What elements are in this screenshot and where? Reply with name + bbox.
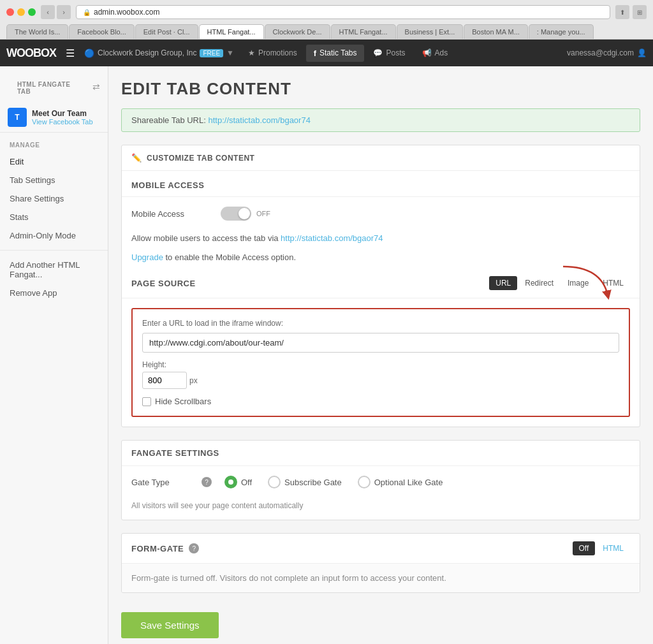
height-col: Height: px — [142, 360, 619, 389]
mobile-info-prefix: Allow mobile users to access the tab via — [131, 233, 281, 243]
brand-name: Clockwork Design Group, Inc — [98, 48, 196, 57]
nav-brand: 🔵 Clockwork Design Group, Inc FREE ▼ — [84, 48, 234, 58]
shareable-url-label: Shareable Tab URL: — [131, 115, 206, 125]
fangate-header: FANGATE SETTINGS — [122, 441, 640, 466]
toggle-track[interactable] — [221, 207, 251, 221]
browser-tab-3[interactable]: HTML Fangat... — [199, 24, 264, 39]
minimize-dot[interactable] — [17, 8, 25, 16]
nav-links: ★ Promotions f Static Tabs 💬 Posts 📢 Ads — [240, 45, 455, 62]
gate-option-subscribe[interactable]: Subscribe Gate — [268, 476, 342, 488]
gate-option-off[interactable]: Off — [224, 476, 252, 488]
radio-unchecked-like — [358, 476, 371, 488]
sidebar-item-add-app[interactable]: Add Another HTML Fangat... — [0, 256, 108, 284]
ps-tab-redirect[interactable]: Redirect — [518, 276, 560, 290]
formgate-header: FORM-GATE ? Off HTML — [122, 534, 640, 564]
height-input[interactable] — [142, 372, 187, 389]
nav-link-promotions-label: Promotions — [258, 48, 297, 57]
url-bar[interactable]: 🔒 admin.woobox.com — [76, 5, 610, 19]
mobile-access-toggle[interactable]: OFF — [221, 207, 270, 221]
forward-button[interactable]: › — [57, 5, 71, 19]
browser-tab-4[interactable]: Clockwork De... — [265, 24, 330, 39]
gate-type-row: Gate Type ? Off Subscribe Gate — [122, 466, 640, 498]
formgate-title: FORM-GATE — [131, 544, 184, 553]
nav-link-ads[interactable]: 📢 Ads — [415, 45, 456, 62]
sidebar-settings-icon[interactable]: ⇄ — [92, 82, 100, 92]
nav-link-static-tabs-label: Static Tabs — [319, 48, 356, 57]
sidebar-item-tab-settings[interactable]: Tab Settings — [0, 171, 108, 189]
app-layout: HTML FANGATE TAB ⇄ T Meet Our Team View … — [0, 66, 653, 644]
sidebar-app-icon: T — [8, 108, 27, 127]
browser-tab-5[interactable]: HTML Fangat... — [331, 24, 396, 39]
gate-help-icon[interactable]: ? — [202, 477, 212, 487]
hide-scrollbars-label: Hide Scrollbars — [155, 397, 211, 406]
ps-tab-url[interactable]: URL — [489, 276, 517, 290]
browser-tab-2[interactable]: Edit Post · Cl... — [135, 24, 198, 39]
url-source-label: Enter a URL to load in the iframe window… — [142, 319, 619, 328]
scrollbar-row: Hide Scrollbars — [142, 397, 619, 406]
gate-option-like[interactable]: Optional Like Gate — [358, 476, 443, 488]
fg-tab-html[interactable]: HTML — [596, 541, 630, 555]
shareable-url-link[interactable]: http://statictab.com/bgaor74 — [208, 115, 310, 125]
sidebar-item-share-settings[interactable]: Share Settings — [0, 189, 108, 208]
close-dot[interactable] — [6, 8, 14, 16]
formgate-help-icon[interactable]: ? — [189, 543, 199, 553]
sidebar-manage-title: MANAGE — [0, 138, 108, 152]
sidebar-app-link[interactable]: View Facebook Tab — [32, 118, 93, 126]
nav-link-promotions[interactable]: ★ Promotions — [240, 45, 305, 62]
save-settings-button[interactable]: Save Settings — [121, 612, 219, 638]
share-button[interactable]: ⬆ — [615, 5, 629, 19]
card-header-customize: ✏️ CUSTOMIZE TAB CONTENT — [122, 145, 640, 171]
app-nav: WOOBOX ☰ 🔵 Clockwork Design Group, Inc F… — [0, 40, 653, 66]
url-input[interactable] — [142, 333, 619, 353]
gate-off-label: Off — [241, 478, 252, 487]
upgrade-link[interactable]: Upgrade — [131, 252, 163, 262]
sidebar-item-admin-mode[interactable]: Admin-Only Mode — [0, 226, 108, 245]
back-button[interactable]: ‹ — [41, 5, 55, 19]
formgate-tabs: Off HTML — [573, 541, 630, 555]
sidebar-header: HTML FANGATE TAB ⇄ — [0, 73, 108, 103]
radio-inner — [228, 479, 233, 485]
gate-like-label: Optional Like Gate — [374, 478, 443, 487]
lock-icon: 🔒 — [83, 9, 91, 16]
browser-tab-0[interactable]: The World Is... — [6, 24, 68, 39]
upgrade-row: Upgrade to enable the Mobile Access opti… — [122, 249, 640, 268]
hamburger-menu[interactable]: ☰ — [66, 47, 75, 59]
url-source-box: Enter a URL to load in the iframe window… — [131, 308, 630, 417]
toggle-thumb — [238, 208, 250, 219]
sidebar-item-edit[interactable]: Edit — [0, 152, 108, 171]
hide-scrollbars-checkbox[interactable] — [142, 397, 151, 406]
ps-tab-image[interactable]: Image — [561, 276, 595, 290]
woobox-logo: WOOBOX — [6, 47, 56, 60]
gate-description: All visitors will see your page content … — [122, 498, 640, 520]
new-tab-button[interactable]: ⊞ — [633, 5, 647, 19]
browser-dots — [6, 8, 36, 16]
browser-tab-1[interactable]: Facebook Blo... — [69, 24, 134, 39]
sidebar-app-text: Meet Our Team View Facebook Tab — [32, 109, 93, 126]
radio-unchecked-subscribe — [268, 476, 281, 488]
browser-toolbar: ‹ › 🔒 admin.woobox.com ⬆ ⊞ — [6, 5, 647, 19]
mobile-info-url[interactable]: http://statictab.com/bgaor74 — [281, 233, 383, 243]
browser-nav: ‹ › — [41, 5, 71, 19]
card-header-title: CUSTOMIZE TAB CONTENT — [147, 154, 254, 163]
ps-tab-html[interactable]: HTML — [596, 276, 630, 290]
browser-tab-8[interactable]: : Manage you... — [529, 24, 594, 39]
formgate-body: Form-gate is turned off. Visitors do not… — [122, 564, 640, 592]
maximize-dot[interactable] — [28, 8, 36, 16]
nav-link-static-tabs[interactable]: f Static Tabs — [306, 45, 365, 62]
edit-icon: ✏️ — [131, 153, 142, 163]
sidebar-item-remove-app[interactable]: Remove App — [0, 284, 108, 302]
browser-tabs: The World Is... Facebook Blo... Edit Pos… — [6, 24, 647, 39]
sidebar-app-info: T Meet Our Team View Facebook Tab — [0, 103, 108, 133]
browser-tab-7[interactable]: Boston MA M... — [464, 24, 528, 39]
browser-controls: ⬆ ⊞ — [615, 5, 647, 19]
nav-link-posts[interactable]: 💬 Posts — [365, 45, 413, 62]
user-email: vanessa@cdgi.com — [567, 48, 634, 57]
browser-tab-6[interactable]: Business | Ext... — [397, 24, 464, 39]
page-source-section: PAGE SOURCE URL Redirect Image HTML — [122, 268, 640, 417]
sidebar-item-stats[interactable]: Stats — [0, 208, 108, 226]
browser-chrome: ‹ › 🔒 admin.woobox.com ⬆ ⊞ The World Is.… — [0, 0, 653, 40]
fg-tab-off[interactable]: Off — [573, 541, 596, 555]
user-icon: 👤 — [637, 48, 647, 57]
promotions-star-icon: ★ — [248, 48, 255, 57]
nav-right: vanessa@cdgi.com 👤 — [567, 48, 647, 57]
